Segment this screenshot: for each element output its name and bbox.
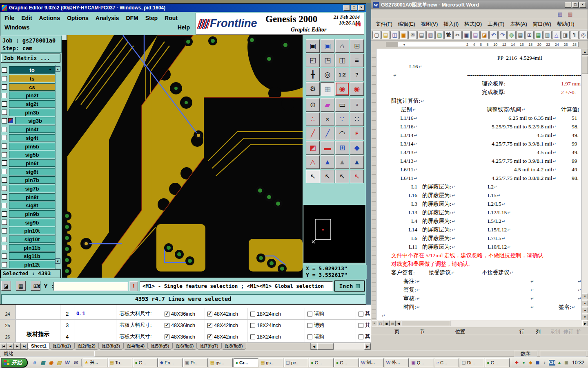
word-quick-icon[interactable]: W — [64, 359, 71, 366]
pad-tool-button[interactable]: ⊙ — [306, 98, 320, 112]
view-screen-button[interactable]: ▣ — [321, 39, 334, 53]
layer-row[interactable]: pln9b — [1, 210, 55, 218]
save-icon[interactable]: ◫ — [390, 31, 399, 39]
hscroll-left-icon[interactable]: ◀ — [396, 321, 401, 326]
hscroll-right-icon[interactable]: ▶ — [364, 343, 371, 350]
surface-gray-button[interactable]: ▲ — [335, 155, 349, 169]
layer-label[interactable]: sig9b — [9, 219, 55, 226]
layer-label[interactable]: sig3b — [15, 117, 55, 124]
delete-tool-button[interactable]: × — [321, 112, 334, 126]
surface-fill-button[interactable]: ▲ — [321, 155, 334, 169]
net-points-button[interactable]: ∷ — [350, 112, 364, 126]
layer-label[interactable]: pln10t — [9, 227, 55, 234]
tab-nav-button[interactable]: ▶| — [21, 343, 28, 350]
size-option[interactable]: 48X42inch — [205, 308, 248, 319]
arc-tool-button[interactable]: ◠ — [335, 127, 349, 140]
size-option[interactable]: 请购 — [305, 320, 356, 331]
alert-button[interactable]: ! — [129, 281, 138, 291]
size-label-cell[interactable]: 芯板大料尺寸: — [116, 331, 162, 342]
vertical-scrollbar[interactable]: ▲ ▼ ▲ ● ▼ — [581, 49, 588, 320]
layer-row[interactable]: sig4t — [1, 134, 55, 142]
show-desktop-icon[interactable]: ▦ — [39, 359, 47, 366]
index-cell[interactable]: 4 — [60, 331, 74, 342]
layer-checkbox[interactable] — [2, 110, 7, 115]
layer-scroll-down-icon[interactable]: ▼ — [55, 258, 60, 264]
excel-row[interactable]: 24 2 0. 1 芯板大料尺寸: 48X36inch — [0, 308, 371, 320]
layer-checkbox[interactable] — [2, 160, 7, 166]
task-button[interactable]: ●G... — [309, 358, 334, 367]
menu-item-help[interactable]: Help — [178, 24, 190, 31]
menu-item[interactable]: 插入(I) — [441, 20, 461, 29]
excel-row[interactable]: 25 3 芯板大料尺寸: 48X36inch — [0, 320, 371, 331]
new-document-icon[interactable]: ▢ — [372, 31, 381, 39]
task-button[interactable]: ●G... — [334, 358, 359, 367]
im-tray-icon[interactable]: ● — [521, 360, 527, 366]
overlap-windows-button[interactable]: ◫ — [335, 54, 349, 67]
size-option[interactable]: 48X36inch — [162, 331, 205, 342]
document-page[interactable]: PP 2116 4.5294mil↵ L16↵ ----------------… — [376, 49, 581, 320]
task-button[interactable]: eC... — [435, 358, 459, 367]
task-button[interactable]: ▢Di... — [460, 358, 484, 367]
pan-button[interactable]: ╋ — [306, 68, 320, 81]
tab-nav-button[interactable]: ▶ — [14, 343, 21, 350]
polygon-tool-button[interactable]: ▰ — [321, 98, 334, 112]
excel-grid[interactable]: 24 2 0. 1 芯板大料尺寸: 48X36inch — [0, 305, 371, 343]
layer-label[interactable]: sig2t — [9, 100, 55, 108]
window-control-button[interactable]: _ — [343, 5, 350, 11]
select-net-button[interactable]: ↖ — [350, 170, 364, 183]
zoom-1-2-button[interactable]: 1:2 — [335, 68, 349, 81]
row-number[interactable]: 26 — [0, 331, 16, 342]
toolbar-extra-icon-2[interactable]: ▧ — [567, 11, 574, 18]
layer-row[interactable]: sig11b — [1, 252, 55, 260]
layer-row[interactable]: pln2t — [1, 91, 55, 100]
layer-label[interactable]: pln8t — [9, 193, 55, 201]
vertical-ruler[interactable] — [372, 49, 376, 320]
layer-stack-button[interactable]: ≡ — [350, 54, 364, 67]
layer-label[interactable]: pln9b — [9, 210, 55, 218]
task-button[interactable]: W外... — [385, 358, 409, 367]
print-icon[interactable]: ▤ — [417, 31, 426, 39]
zoom-next-button[interactable]: ◳ — [321, 54, 334, 67]
document-map-icon[interactable]: ◨ — [561, 31, 570, 39]
row-number[interactable]: 24 — [0, 308, 16, 319]
transform-tool-button[interactable]: ◆ — [350, 141, 364, 155]
size-option[interactable]: 其 — [356, 320, 371, 331]
menu-item[interactable]: 窗口(W) — [530, 20, 554, 29]
size-label-cell[interactable]: 芯板大料尺寸: — [116, 308, 162, 319]
undo-icon[interactable]: ↶ — [489, 31, 498, 39]
layer-dropdown-icon[interactable] — [49, 69, 52, 72]
layer-checkbox[interactable] — [2, 203, 7, 208]
sheet-tab[interactable]: 图2(fig2) — [74, 343, 99, 350]
xy-input[interactable] — [53, 282, 128, 291]
mirror-text-button[interactable]: F — [350, 127, 364, 140]
window-control-button[interactable]: × — [358, 5, 365, 11]
task-button[interactable]: ▤To... — [108, 358, 133, 367]
layer-checkbox[interactable] — [2, 211, 7, 217]
redo-icon[interactable]: ↷ — [498, 31, 507, 39]
layer-checkbox[interactable] — [2, 152, 7, 157]
prev-page-icon[interactable]: ▲ — [582, 300, 588, 306]
menu-item[interactable]: 表格(A) — [507, 20, 530, 29]
layer-checkbox[interactable] — [2, 262, 7, 267]
browse-object-icon[interactable]: ● — [582, 307, 588, 313]
select-cursor-button[interactable]: ↖ — [306, 170, 320, 183]
menu-item[interactable]: Edit — [21, 15, 32, 21]
layer-checkbox[interactable] — [2, 254, 7, 259]
hscroll-right-icon[interactable]: ▶ — [582, 321, 588, 326]
menu-item[interactable]: DFM — [126, 15, 138, 21]
grid-toggle-button[interactable]: ▦ — [321, 82, 334, 96]
index-cell[interactable]: 2 — [60, 308, 74, 319]
view-mode-button[interactable]: ▢ — [378, 321, 383, 326]
start-button[interactable]: 开始 — [1, 358, 28, 368]
genesis-title-bar[interactable]: Graphic Editor 9.02c2 (00@HY-HYCAM-PC037… — [0, 4, 366, 12]
layer-row[interactable]: pln10t — [1, 227, 55, 235]
checkbox[interactable] — [359, 312, 363, 316]
layer-checkbox[interactable] — [2, 169, 7, 174]
value-cell[interactable] — [74, 320, 116, 331]
sheet-hscrollbar[interactable]: ◀ ▶ — [310, 343, 371, 350]
erase-line-button[interactable]: ▬ — [321, 141, 334, 155]
show-marks-icon[interactable]: ¶ — [570, 31, 579, 39]
horizontal-ruler[interactable]: ▼ 246810121416182022242628 — [371, 40, 588, 49]
layer-label[interactable]: pln7b — [9, 176, 55, 184]
layer-label[interactable]: pln4t — [9, 126, 55, 133]
